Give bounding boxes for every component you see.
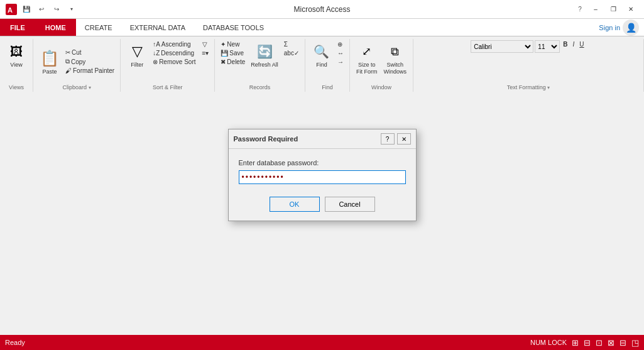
dialog-controls: ? ✕ xyxy=(381,133,411,145)
dialog-footer: OK Cancel xyxy=(229,192,416,221)
cancel-button[interactable]: Cancel xyxy=(325,197,375,212)
dialog-help-button[interactable]: ? xyxy=(381,133,395,145)
dialog-label: Enter database password: xyxy=(239,159,406,167)
dialog-overlay: Password Required ? ✕ Enter database pas… xyxy=(0,0,644,332)
dialog-body: Enter database password: xyxy=(229,149,416,192)
dialog-title: Password Required xyxy=(234,135,298,143)
dialog-close-button[interactable]: ✕ xyxy=(397,133,411,145)
ok-button[interactable]: OK xyxy=(270,197,320,212)
password-input[interactable] xyxy=(239,170,406,184)
dialog-titlebar: Password Required ? ✕ xyxy=(229,129,416,149)
password-dialog: Password Required ? ✕ Enter database pas… xyxy=(228,129,417,221)
